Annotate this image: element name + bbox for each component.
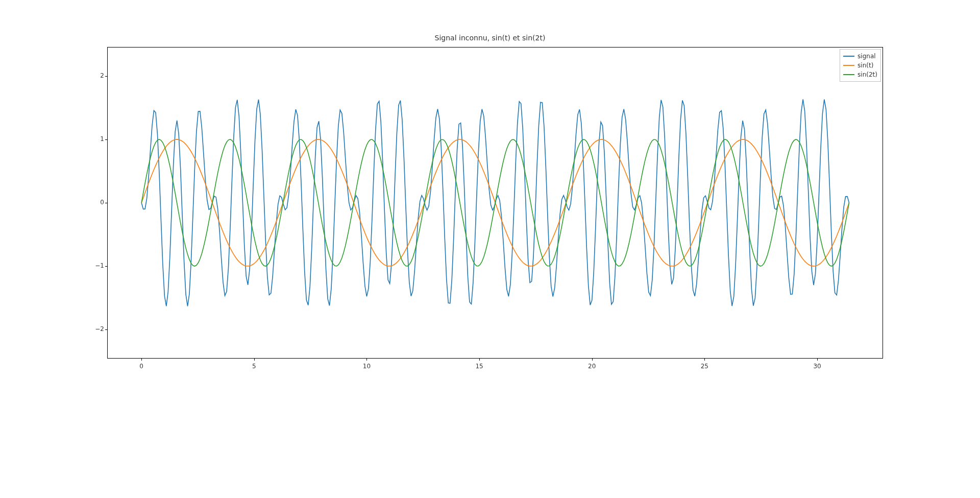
y-tick-mark — [105, 329, 107, 330]
y-tick-mark — [105, 76, 107, 77]
x-tick-label: 15 — [469, 363, 489, 370]
y-tick-mark — [105, 139, 107, 140]
legend-entry: sin(2t) — [843, 70, 877, 79]
y-tick-mark — [105, 266, 107, 267]
x-tick-label: 5 — [244, 363, 264, 370]
legend-swatch-icon — [843, 56, 854, 57]
legend-swatch-icon — [843, 65, 854, 66]
figure: Signal inconnu, sin(t) et sin(2t) −2−101… — [0, 0, 980, 498]
x-tick-label: 20 — [582, 363, 602, 370]
y-tick-label: 1 — [74, 135, 104, 143]
legend-label: sin(2t) — [857, 71, 877, 78]
x-tick-label: 30 — [807, 363, 827, 370]
legend-entry: signal — [843, 52, 877, 61]
x-tick-mark — [141, 359, 142, 361]
legend-swatch-icon — [843, 74, 854, 75]
x-tick-mark — [254, 359, 255, 361]
legend-label: signal — [857, 53, 876, 60]
legend-label: sin(t) — [857, 62, 873, 69]
x-tick-label: 0 — [131, 363, 152, 370]
y-tick-label: 0 — [74, 199, 104, 206]
series-line-2 — [141, 139, 849, 266]
x-tick-mark — [479, 359, 480, 361]
x-tick-label: 10 — [356, 363, 377, 370]
y-tick-mark — [105, 203, 107, 203]
x-tick-label: 25 — [694, 363, 715, 370]
x-tick-mark — [366, 359, 367, 361]
y-tick-label: −1 — [74, 262, 104, 269]
plot-area — [107, 47, 883, 359]
legend-entry: sin(t) — [843, 61, 877, 70]
x-tick-mark — [817, 359, 818, 361]
plot-canvas — [108, 48, 883, 358]
legend: signalsin(t)sin(2t) — [840, 49, 881, 82]
x-tick-mark — [592, 359, 593, 361]
chart-title: Signal inconnu, sin(t) et sin(2t) — [0, 34, 980, 42]
y-tick-label: −2 — [74, 325, 104, 333]
y-tick-label: 2 — [74, 72, 104, 79]
x-tick-mark — [704, 359, 705, 361]
